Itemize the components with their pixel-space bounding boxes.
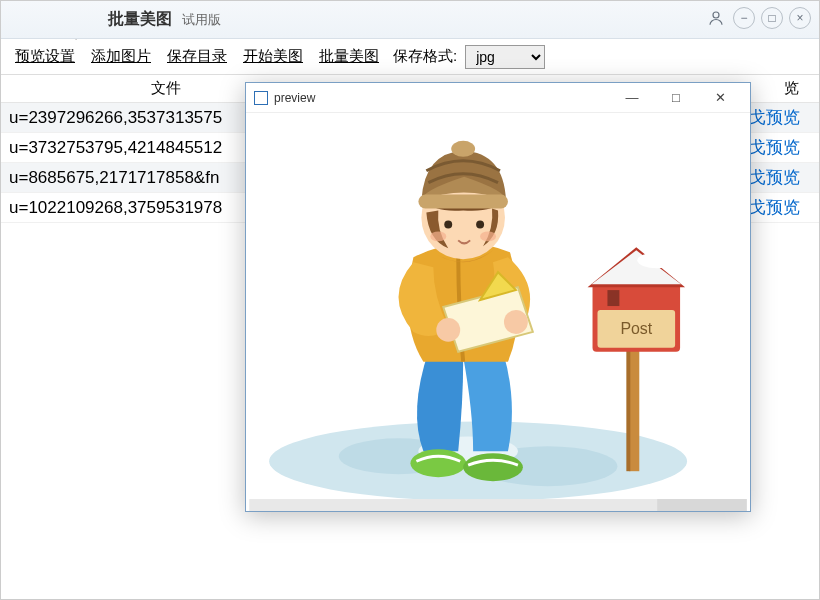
- svg-point-24: [476, 220, 484, 228]
- preview-body: Post: [246, 113, 750, 511]
- preview-window-controls: — □ ✕: [610, 84, 742, 112]
- preview-window-title: preview: [274, 91, 610, 105]
- add-image-button[interactable]: 添加图片: [85, 43, 157, 70]
- svg-point-26: [480, 231, 496, 241]
- window-controls: − □ ×: [705, 7, 811, 29]
- svg-point-12: [637, 252, 677, 268]
- app-edition: 试用版: [182, 11, 221, 29]
- svg-point-1: [713, 12, 719, 18]
- title-bar: 批量美图 试用版 − □ ×: [1, 1, 819, 39]
- svg-point-14: [410, 449, 466, 477]
- svg-rect-13: [607, 290, 619, 306]
- svg-point-15: [463, 453, 523, 481]
- preview-maximize-button[interactable]: □: [654, 84, 698, 112]
- mailbox-label: Post: [620, 320, 652, 337]
- save-format-select[interactable]: jpgpngbmp: [465, 45, 545, 69]
- preview-close-button[interactable]: ✕: [698, 84, 742, 112]
- svg-rect-7: [626, 342, 630, 471]
- svg-rect-22: [418, 195, 508, 209]
- preview-link[interactable]: 戈预览: [749, 106, 819, 129]
- toolbar: 预览设置 添加图片 保存目录 开始美图 批量美图 保存格式: jpgpngbmp: [1, 39, 819, 75]
- svg-point-18: [436, 318, 460, 342]
- preview-window-icon: [254, 91, 268, 105]
- app-title: 批量美图: [108, 9, 172, 30]
- preview-window: preview — □ ✕ Post: [245, 82, 751, 512]
- svg-point-21: [451, 141, 475, 157]
- preview-link[interactable]: 戈预览: [749, 136, 819, 159]
- svg-rect-6: [629, 342, 639, 471]
- close-button[interactable]: ×: [789, 7, 811, 29]
- preview-minimize-button[interactable]: —: [610, 84, 654, 112]
- svg-point-23: [444, 220, 452, 228]
- save-format-label: 保存格式:: [389, 43, 461, 70]
- preview-image: Post: [246, 113, 750, 511]
- start-beautify-button[interactable]: 开始美图: [237, 43, 309, 70]
- batch-beautify-button[interactable]: 批量美图: [313, 43, 385, 70]
- preview-link[interactable]: 戈预览: [749, 196, 819, 219]
- preview-link[interactable]: 戈预览: [749, 166, 819, 189]
- minimize-button[interactable]: −: [733, 7, 755, 29]
- user-icon[interactable]: [705, 7, 727, 29]
- preview-settings-button[interactable]: 预览设置: [9, 43, 81, 70]
- preview-title-bar[interactable]: preview — □ ✕: [246, 83, 750, 113]
- maximize-button[interactable]: □: [761, 7, 783, 29]
- svg-point-25: [430, 231, 446, 241]
- svg-point-19: [504, 310, 528, 334]
- svg-rect-28: [657, 499, 747, 511]
- save-dir-button[interactable]: 保存目录: [161, 43, 233, 70]
